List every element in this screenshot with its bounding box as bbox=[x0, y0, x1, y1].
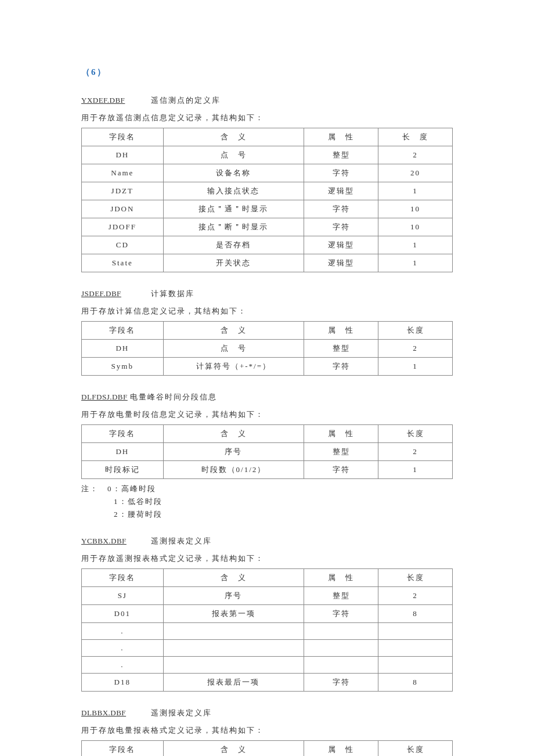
table-cell: 时段标记 bbox=[82, 461, 164, 479]
db-description: 遥测报表定义库 bbox=[151, 708, 212, 718]
table-cell: 点 号 bbox=[163, 340, 304, 358]
table-cell: 报表最后一项 bbox=[163, 674, 304, 692]
db-table: 字段名含 义属 性长度SJ序号整型2D01报表第一项字符10. bbox=[81, 740, 453, 756]
table-cell: State bbox=[82, 254, 164, 272]
table-cell: 字符 bbox=[304, 461, 378, 479]
table-header-cell: 长 度 bbox=[378, 128, 453, 146]
table-row: 时段标记时段数（0/1/2）字符1 bbox=[82, 461, 453, 479]
table-header-cell: 属 性 bbox=[304, 322, 378, 340]
table-cell: 点 号 bbox=[163, 146, 304, 164]
table-cell bbox=[163, 640, 304, 657]
table-row: SJ序号整型2 bbox=[82, 587, 453, 605]
db-title: JSDEF.DBF计算数据库 bbox=[81, 289, 453, 299]
table-header-row: 字段名含 义属 性长度 bbox=[82, 741, 453, 757]
table-cell: 10 bbox=[378, 218, 453, 236]
db-subtitle: 用于存放电量时段信息定义记录，其结构如下： bbox=[81, 409, 453, 420]
table-cell: 计算符号（+-*/=） bbox=[163, 358, 304, 376]
db-subtitle: 用于存放遥测报表格式定义记录，其结构如下： bbox=[81, 553, 453, 564]
table-cell: 8 bbox=[378, 674, 453, 692]
table-cell bbox=[304, 623, 378, 640]
db-table: 字段名含 义属 性长度DH点 号整型2Symb计算符号（+-*/=）字符1 bbox=[81, 321, 453, 376]
table-cell: Name bbox=[82, 164, 164, 182]
db-file-name: DLFDSJ.DBF bbox=[81, 393, 128, 402]
table-cell: 1 bbox=[378, 182, 453, 200]
note-line: 注： 0：高峰时段 bbox=[81, 484, 453, 494]
db-table: 字段名含 义属 性长度DH序号整型2时段标记时段数（0/1/2）字符1 bbox=[81, 424, 453, 479]
db-section: DLBBX.DBF遥测报表定义库用于存放电量报表格式定义记录，其结构如下：字段名… bbox=[81, 708, 453, 756]
table-cell: DH bbox=[82, 146, 164, 164]
table-cell: 时段数（0/1/2） bbox=[163, 461, 304, 479]
table-header-cell: 含 义 bbox=[163, 425, 304, 443]
table-cell: 1 bbox=[378, 236, 453, 254]
db-file-name: JSDEF.DBF bbox=[81, 289, 151, 298]
db-table: 字段名含 义属 性长 度DH点 号整型2Name设备名称字符20JDZT输入接点… bbox=[81, 128, 453, 272]
table-cell: 设备名称 bbox=[163, 164, 304, 182]
table-cell bbox=[163, 657, 304, 674]
table-row: CD是否存档逻辑型1 bbox=[82, 236, 453, 254]
table-cell: 接点＂断＂时显示 bbox=[163, 218, 304, 236]
db-title: DLFDSJ.DBF 电量峰谷时间分段信息 bbox=[81, 392, 453, 402]
table-row: JDOFF接点＂断＂时显示字符10 bbox=[82, 218, 453, 236]
table-cell: 2 bbox=[378, 146, 453, 164]
db-subtitle: 用于存放遥信测点信息定义记录，其结构如下： bbox=[81, 113, 453, 123]
table-header-cell: 字段名 bbox=[82, 569, 164, 587]
table-cell: 1 bbox=[378, 358, 453, 376]
table-header-row: 字段名含 义属 性长 度 bbox=[82, 128, 453, 146]
table-row: . bbox=[82, 623, 453, 640]
db-title: DLBBX.DBF遥测报表定义库 bbox=[81, 708, 453, 718]
table-cell: JDOFF bbox=[82, 218, 164, 236]
table-cell: 字符 bbox=[304, 358, 378, 376]
table-header-cell: 属 性 bbox=[304, 425, 378, 443]
table-cell: 逻辑型 bbox=[304, 254, 378, 272]
db-description: 计算数据库 bbox=[151, 289, 194, 299]
table-cell: 整型 bbox=[304, 340, 378, 358]
table-cell: 字符 bbox=[304, 605, 378, 623]
table-cell: 逻辑型 bbox=[304, 182, 378, 200]
db-section: YXDEF.DBF遥信测点的定义库用于存放遥信测点信息定义记录，其结构如下：字段… bbox=[81, 95, 453, 272]
db-table: 字段名含 义属 性长度SJ序号整型2D01报表第一项字符8...D18报表最后一… bbox=[81, 568, 453, 692]
table-cell: 1 bbox=[378, 254, 453, 272]
table-cell: 1 bbox=[378, 461, 453, 479]
table-header-cell: 字段名 bbox=[82, 322, 164, 340]
table-row: D18报表最后一项字符8 bbox=[82, 674, 453, 692]
table-header-cell: 含 义 bbox=[163, 741, 304, 757]
db-description: 电量峰谷时间分段信息 bbox=[130, 392, 217, 402]
table-cell: 2 bbox=[378, 443, 453, 461]
table-row: DH序号整型2 bbox=[82, 443, 453, 461]
table-header-cell: 长度 bbox=[378, 741, 453, 757]
table-cell: JDON bbox=[82, 200, 164, 218]
table-cell: DH bbox=[82, 340, 164, 358]
table-cell bbox=[304, 640, 378, 657]
table-cell: 序号 bbox=[163, 443, 304, 461]
db-description: 遥信测点的定义库 bbox=[151, 95, 221, 106]
table-header-row: 字段名含 义属 性长度 bbox=[82, 322, 453, 340]
table-cell bbox=[304, 657, 378, 674]
table-cell bbox=[378, 623, 453, 640]
table-row: . bbox=[82, 657, 453, 674]
table-header-cell: 长度 bbox=[378, 322, 453, 340]
table-header-cell: 含 义 bbox=[163, 569, 304, 587]
table-cell: 是否存档 bbox=[163, 236, 304, 254]
table-cell: JDZT bbox=[82, 182, 164, 200]
notes: 注： 0：高峰时段1：低谷时段2：腰荷时段 bbox=[81, 484, 453, 520]
table-cell: 逻辑型 bbox=[304, 236, 378, 254]
table-cell bbox=[163, 623, 304, 640]
table-header-cell: 属 性 bbox=[304, 569, 378, 587]
table-row: D01报表第一项字符8 bbox=[82, 605, 453, 623]
table-cell: 2 bbox=[378, 340, 453, 358]
table-cell: Symb bbox=[82, 358, 164, 376]
table-row: Name设备名称字符20 bbox=[82, 164, 453, 182]
db-file-name: YCBBX.DBF bbox=[81, 537, 151, 546]
table-cell: 整型 bbox=[304, 443, 378, 461]
table-header-cell: 字段名 bbox=[82, 741, 164, 757]
table-cell: SJ bbox=[82, 587, 164, 605]
db-section: YCBBX.DBF遥测报表定义库用于存放遥测报表格式定义记录，其结构如下：字段名… bbox=[81, 536, 453, 692]
table-cell: 字符 bbox=[304, 674, 378, 692]
table-header-cell: 属 性 bbox=[304, 128, 378, 146]
table-cell: 20 bbox=[378, 164, 453, 182]
db-title: YCBBX.DBF遥测报表定义库 bbox=[81, 536, 453, 546]
table-header-cell: 长度 bbox=[378, 569, 453, 587]
table-header-cell: 属 性 bbox=[304, 741, 378, 757]
table-cell: DH bbox=[82, 443, 164, 461]
table-cell bbox=[378, 657, 453, 674]
